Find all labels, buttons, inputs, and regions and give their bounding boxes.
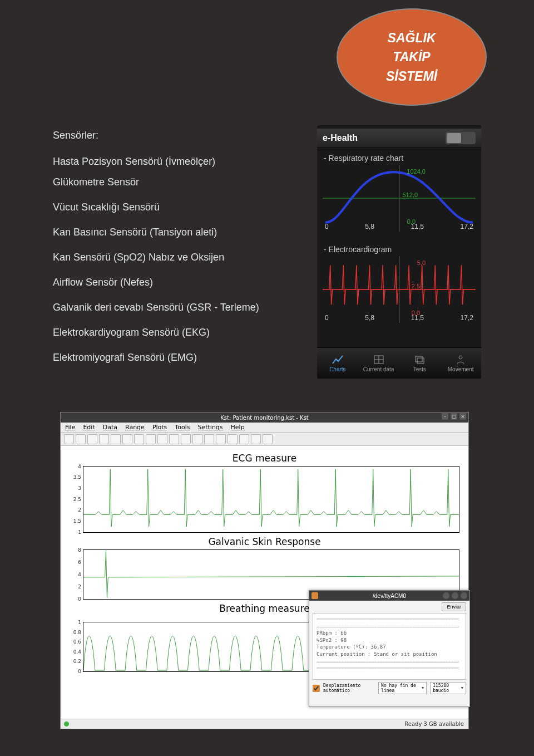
send-button[interactable]: Enviar (442, 602, 466, 611)
xtick-label: 11,5 (411, 314, 424, 322)
menu-file[interactable]: File (65, 424, 75, 431)
toolbar-icon[interactable] (122, 434, 132, 444)
tab-label: Movement (448, 366, 474, 372)
toolbar-icon[interactable] (228, 434, 238, 444)
svg-rect-7 (416, 356, 422, 362)
maximize-icon[interactable] (452, 592, 458, 599)
serial-terminal-window: /dev/ttyACM0 Enviar ====================… (309, 590, 470, 707)
output-line: %SPo2 : 98 (317, 637, 462, 644)
close-icon[interactable]: × (459, 413, 466, 420)
toolbar-icon[interactable] (263, 434, 273, 444)
autoscroll-checkbox[interactable] (313, 685, 320, 692)
chart-icon (332, 355, 343, 365)
menu-edit[interactable]: Edit (83, 424, 95, 431)
xtick-label: 5,8 (365, 314, 374, 322)
plot-title: ECG measure (66, 453, 463, 464)
grid-icon (373, 355, 384, 365)
list-item: Airflow Sensör (Nefes) (53, 275, 303, 290)
badge-line: TAKİP (393, 47, 430, 67)
toolbar-icon[interactable] (239, 434, 249, 444)
minimize-icon[interactable] (443, 592, 449, 599)
phone-screenshot: e-Health - Respiratory rate chart 1024,0… (317, 125, 481, 379)
toolbar-icon[interactable] (134, 434, 144, 444)
status-bar: Ready 3 GB available (61, 719, 468, 729)
terminal-title: /dev/ttyACM0 (373, 593, 406, 599)
badge-line: SİSTEMİ (386, 67, 437, 86)
menu-tools[interactable]: Tools (175, 424, 190, 431)
ytick-label: 512,0 (402, 192, 418, 198)
terminal-titlebar[interactable]: /dev/ttyACM0 (309, 591, 469, 601)
toolbar-icon[interactable] (111, 434, 121, 444)
menu-plots[interactable]: Plots (152, 424, 167, 431)
list-item: Galvanik deri cevabı Sensörü (GSR - Terl… (53, 300, 303, 315)
window-titlebar[interactable]: Kst: Patient monitoring.kst - Kst – ▢ × (61, 413, 468, 423)
sensor-list: Sensörler: Hasta Pozisyon Sensörü (İvmeö… (53, 128, 303, 371)
xtick-label: 5,8 (365, 223, 374, 230)
menu-range[interactable]: Range (125, 424, 145, 431)
phone-header: e-Health (317, 129, 481, 148)
toolbar-icon[interactable] (157, 434, 167, 444)
menu-settings[interactable]: Settings (197, 424, 222, 431)
toolbar-icon[interactable] (216, 434, 226, 444)
y-axis-labels: 1 0.8 0.6 0.4 0.2 0 (68, 622, 82, 671)
list-item: Kan Basıncı Sensörü (Tansiyon aleti) (53, 225, 303, 240)
tab-current-data[interactable]: Current data (358, 348, 399, 379)
xtick-label: 11,5 (411, 223, 424, 230)
toolbar-icon[interactable] (99, 434, 109, 444)
list-item: Elektrokardiyogram Sensörü (EKG) (53, 325, 303, 340)
ytick-label: 1024,0 (407, 168, 426, 175)
toolbar-icon[interactable] (87, 434, 97, 444)
person-icon (455, 355, 466, 365)
respiratory-chart: 1024,0 512,0 0,0 0 5,8 11,5 17,2 (323, 165, 476, 232)
toolbar-icon[interactable] (192, 434, 202, 444)
svg-point-9 (459, 356, 462, 359)
toolbar-icon[interactable] (64, 434, 74, 444)
minimize-icon[interactable]: – (442, 413, 448, 420)
toolbar (61, 433, 468, 446)
toolbar-icon[interactable] (76, 434, 86, 444)
phone-section-title: - Respiratory rate chart (317, 148, 481, 165)
app-icon (312, 592, 318, 599)
badge-line: SAĞLIK (388, 28, 436, 48)
maximize-icon[interactable]: ▢ (451, 413, 457, 420)
list-item: Hasta Pozisyon Sensörü (İvmeölçer) (53, 154, 303, 169)
tab-label: Tests (413, 366, 426, 372)
xtick-label: 17,2 (461, 223, 473, 230)
tab-tests[interactable]: Tests (399, 348, 441, 379)
svg-rect-8 (417, 358, 424, 364)
xtick-label: 17,2 (461, 314, 473, 322)
list-item: Glükometre Sensör (53, 175, 303, 190)
tab-charts[interactable]: Charts (317, 348, 358, 379)
tab-movement[interactable]: Movement (440, 348, 481, 379)
output-line: PRbpm : 66 (317, 630, 462, 637)
line-ending-select[interactable]: No hay fin de línea▼ (378, 682, 427, 694)
list-item: Kan Sensörü (SpO2) Nabız ve Oksijen (53, 250, 303, 265)
menu-help[interactable]: Help (231, 424, 245, 431)
list-item: Vücut Sıcaklığı Sensörü (53, 200, 303, 215)
toolbar-icon[interactable] (169, 434, 179, 444)
ecg-plot[interactable]: 4 3.5 3 2.5 2 1.5 1 (83, 466, 459, 533)
toolbar-icon[interactable] (204, 434, 214, 444)
tab-label: Charts (329, 366, 345, 372)
toggle-switch[interactable] (446, 132, 476, 144)
baud-select[interactable]: 115200 baudio▼ (430, 682, 466, 694)
y-axis-labels: 4 3.5 3 2.5 2 1.5 1 (68, 467, 82, 532)
toolbar-icon[interactable] (146, 434, 156, 444)
output-line: Current position : Stand or sit position (317, 651, 462, 658)
ecg-chart: 5,0 2,5 0,0 0 5,8 11,5 17,2 (323, 256, 476, 323)
output-line: Temperature (ºC): 36.87 (317, 644, 462, 651)
menu-data[interactable]: Data (103, 424, 117, 431)
list-item: Elektromiyografi Sensörü (EMG) (53, 350, 303, 365)
xtick-label: 0 (325, 314, 329, 322)
phone-section-title: - Electrocardiogram (317, 239, 481, 256)
close-icon[interactable] (461, 592, 467, 599)
sensor-list-heading: Sensörler: (53, 128, 303, 143)
toolbar-icon[interactable] (181, 434, 191, 444)
plot-title: Galvanic Skin Response (66, 536, 463, 547)
ytick-label: 5,0 (417, 259, 426, 266)
tab-label: Current data (363, 366, 394, 372)
status-text: Ready 3 GB available (404, 721, 464, 727)
app-title: e-Health (323, 133, 358, 143)
serial-output[interactable]: ========================================… (313, 613, 466, 680)
toolbar-icon[interactable] (251, 434, 261, 444)
